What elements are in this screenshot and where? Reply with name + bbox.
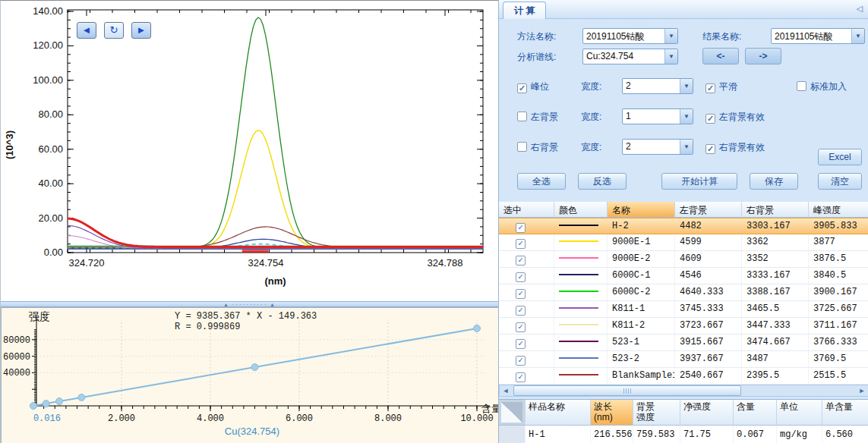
right-bg-valid-checkbox[interactable]: 右背景有效	[705, 140, 765, 155]
column-header[interactable]: 颜色	[554, 202, 608, 218]
chevron-down-icon[interactable]: ▼	[851, 29, 864, 43]
checkbox-icon[interactable]	[517, 112, 527, 121]
excel-button[interactable]: Excel	[818, 149, 862, 165]
corner-select-all-cell[interactable]	[499, 400, 526, 426]
result-name-select[interactable]: 20191105钴酸 ▼	[771, 28, 865, 44]
table-row[interactable]: 523-23937.66734873769.5	[499, 351, 868, 368]
row-checkbox-cell[interactable]	[499, 335, 554, 350]
clear-button[interactable]: 清空	[818, 173, 862, 190]
column-header[interactable]: 样品名称	[526, 400, 591, 426]
sample-value-cell: 759.583	[633, 426, 680, 443]
scroll-left-icon[interactable]: ◄	[500, 385, 512, 396]
row-checkbox-cell[interactable]	[499, 218, 554, 234]
calibration-point[interactable]	[30, 402, 36, 409]
calibration-point[interactable]	[43, 401, 49, 407]
save-button[interactable]: 保存	[750, 173, 798, 190]
calibration-point[interactable]	[251, 364, 258, 371]
row-checkbox[interactable]	[516, 372, 526, 382]
results-table-hscrollbar[interactable]: ◄ ►	[499, 385, 868, 397]
next-spectrum-button[interactable]: ►	[131, 22, 151, 39]
standard-addition-checkbox[interactable]: 标准加入	[797, 79, 847, 94]
row-checkbox[interactable]	[516, 223, 526, 233]
table-row[interactable]: 9000E-2460933523876.5	[499, 251, 868, 268]
calibration-point[interactable]	[56, 398, 63, 405]
start-calculation-button[interactable]: 开始计算	[661, 173, 737, 190]
left-bg-width-select[interactable]: 1 ▼	[622, 108, 693, 124]
row-checkbox[interactable]	[516, 356, 526, 366]
row-checkbox[interactable]	[516, 239, 526, 249]
invert-selection-button[interactable]: 反选	[578, 173, 627, 190]
row-selector-cell[interactable]	[499, 426, 526, 443]
prev-result-button[interactable]: <-	[702, 48, 739, 64]
collapse-panel-icon[interactable]: ◁	[857, 4, 863, 14]
table-row[interactable]: K811-13745.3333465.53725.667	[499, 301, 868, 318]
row-checkbox-cell[interactable]	[499, 234, 554, 250]
checkbox-icon[interactable]	[705, 144, 715, 154]
scrollbar-thumb[interactable]	[513, 385, 741, 396]
method-name-select[interactable]: 20191105钴酸 ▼	[582, 28, 678, 44]
calibration-point[interactable]	[474, 325, 481, 331]
row-checkbox[interactable]	[516, 306, 526, 316]
scrollbar-track[interactable]	[741, 385, 856, 396]
chevron-down-icon[interactable]: ▼	[680, 140, 693, 154]
column-header[interactable]: 左背景	[675, 202, 742, 218]
table-row[interactable]: BlankSample12540.6672395.52515.5	[499, 368, 868, 385]
left-bg-checkbox[interactable]: 左背景	[517, 109, 558, 124]
chevron-down-icon[interactable]: ▼	[664, 29, 677, 43]
row-checkbox-cell[interactable]	[499, 368, 554, 384]
left-bg-valid-checkbox[interactable]: 左背景有效	[705, 109, 765, 124]
row-checkbox[interactable]	[516, 339, 526, 349]
horizontal-splitter[interactable]: ▴ ·········· ▴	[1, 301, 499, 307]
row-checkbox-cell[interactable]	[499, 318, 554, 334]
row-checkbox[interactable]	[516, 272, 526, 282]
peak-width-select[interactable]: 2 ▼	[622, 78, 693, 94]
column-header[interactable]: 选中	[499, 202, 554, 218]
next-result-button[interactable]: ->	[745, 48, 781, 64]
table-row[interactable]: 6000C-145463333.1673840.5	[499, 268, 868, 284]
column-header[interactable]: 峰强度	[809, 202, 868, 218]
calibration-point[interactable]	[78, 394, 85, 401]
chevron-down-icon[interactable]: ▼	[680, 79, 693, 93]
column-header[interactable]: 波长 (nm)	[591, 400, 633, 426]
column-header[interactable]: 单位	[777, 400, 822, 426]
table-row[interactable]: 523-13915.6673474.6673766.333	[499, 335, 868, 351]
column-header[interactable]: 背景 强度	[633, 400, 680, 426]
table-row[interactable]: K811-23723.6673447.3333711.167	[499, 318, 868, 335]
column-header[interactable]: 含量	[734, 400, 777, 426]
row-checkbox[interactable]	[516, 322, 526, 332]
svg-text:0.00: 0.00	[44, 247, 63, 258]
table-row[interactable]: 6000C-24640.3333388.1673900.167	[499, 284, 868, 301]
chevron-down-icon[interactable]: ▼	[664, 49, 677, 64]
checkbox-icon[interactable]	[517, 83, 527, 93]
table-row[interactable]: 9000E-1459933623877	[499, 234, 868, 251]
column-header[interactable]: 单含量	[822, 400, 868, 426]
table-row[interactable]: H-244823303.1673905.833	[499, 218, 868, 234]
row-checkbox-cell[interactable]	[499, 284, 554, 300]
column-header[interactable]: 净强度	[680, 400, 734, 426]
scroll-right-icon[interactable]: ►	[856, 385, 868, 396]
select-all-button[interactable]: 全选	[517, 173, 566, 190]
right-bg-width-select[interactable]: 2 ▼	[622, 139, 693, 155]
row-checkbox-cell[interactable]	[499, 268, 554, 284]
checkbox-icon[interactable]	[517, 142, 527, 152]
row-checkbox-cell[interactable]	[499, 301, 554, 317]
smooth-checkbox[interactable]: 平滑	[705, 79, 737, 94]
row-checkbox-cell[interactable]	[499, 251, 554, 267]
refresh-button[interactable]: ↻	[104, 22, 124, 39]
checkbox-icon[interactable]	[705, 114, 715, 124]
chevron-down-icon[interactable]: ▼	[680, 109, 693, 124]
analysis-line-select[interactable]: Cu:324.754 ▼	[582, 49, 678, 64]
right-bg-checkbox[interactable]: 右背景	[517, 140, 558, 155]
checkbox-icon[interactable]	[797, 81, 806, 91]
row-checkbox[interactable]	[516, 256, 526, 265]
checkbox-icon[interactable]	[705, 83, 715, 93]
row-checkbox[interactable]	[516, 289, 526, 299]
prev-spectrum-button[interactable]: ◄	[77, 22, 96, 39]
column-header[interactable]: 名称	[608, 202, 675, 218]
results-table: 选中颜色名称左背景右背景峰强度H-244823303.1673905.83390…	[499, 202, 868, 385]
tab-calculate[interactable]: 计 算	[503, 2, 546, 19]
table-row[interactable]: H-1216.556759.58371.750.067mg/kg6.560	[499, 426, 868, 443]
column-header[interactable]: 右背景	[742, 202, 809, 218]
peak-checkbox[interactable]: 峰位	[517, 79, 549, 94]
row-checkbox-cell[interactable]	[499, 351, 554, 367]
